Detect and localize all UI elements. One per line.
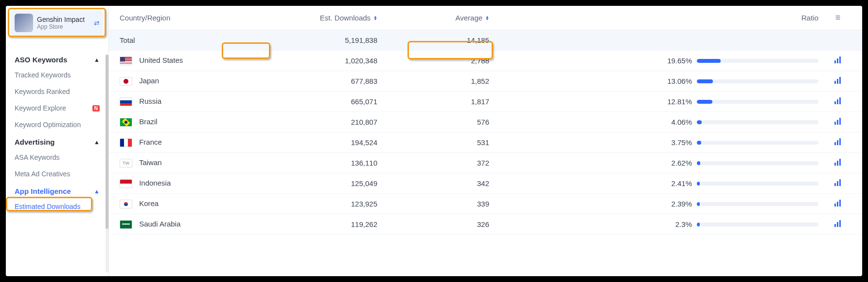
cell-country: Russia <box>120 97 266 106</box>
total-downloads: 5,191,838 <box>266 36 377 44</box>
app-selector[interactable]: Genshin Impact App Store ⇄ <box>11 11 104 35</box>
svg-rect-17 <box>839 159 841 166</box>
ratio-bar-track <box>697 161 818 165</box>
svg-rect-24 <box>834 224 836 227</box>
nav-section-title: App Intelligence <box>15 187 71 195</box>
cell-country: Indonesia <box>120 179 266 188</box>
country-name: Saudi Arabia <box>139 220 180 228</box>
col-header-label: Est. Downloads <box>320 14 371 22</box>
cell-average: 1,852 <box>377 77 489 85</box>
flag-icon <box>120 77 132 86</box>
table-row: France 194,524 531 3.75% <box>109 132 862 153</box>
chart-icon[interactable] <box>834 159 842 168</box>
chart-icon[interactable] <box>834 200 842 208</box>
app-icon <box>15 14 33 32</box>
chart-icon[interactable] <box>834 221 842 229</box>
cell-average: 576 <box>377 118 489 126</box>
svg-rect-19 <box>837 181 838 186</box>
svg-rect-14 <box>839 138 841 145</box>
chart-icon[interactable] <box>834 118 842 127</box>
svg-rect-5 <box>839 77 841 84</box>
svg-rect-11 <box>839 118 841 125</box>
app-name: Genshin Impact <box>37 16 90 23</box>
ratio-bar-track <box>697 141 818 145</box>
svg-rect-20 <box>839 179 841 186</box>
nav-item-estimated-downloads[interactable]: Estimated Downloads <box>9 198 106 215</box>
country-name: Taiwan <box>139 158 162 167</box>
country-name: Russia <box>139 97 161 105</box>
ratio-bar-track <box>697 59 818 63</box>
swap-icon[interactable]: ⇄ <box>94 19 100 27</box>
cell-country: Korea <box>120 199 266 208</box>
cell-downloads: 119,262 <box>266 220 377 228</box>
svg-rect-12 <box>834 142 836 145</box>
nav-section-app-intelligence[interactable]: App Intelligence ▲ <box>9 182 106 198</box>
country-name: Indonesia <box>139 179 171 187</box>
chevron-up-icon: ▲ <box>94 139 100 146</box>
chart-icon[interactable] <box>834 77 842 86</box>
nav-item-keywords-ranked[interactable]: Keywords Ranked <box>9 83 106 100</box>
cell-downloads: 136,110 <box>266 159 377 167</box>
country-name: Brazil <box>139 117 158 126</box>
cell-country: Saudi Arabia <box>120 220 266 229</box>
svg-rect-4 <box>837 79 838 84</box>
col-header-average[interactable]: Average ▲▼ <box>377 14 489 22</box>
cell-ratio: 2.3% <box>489 220 823 228</box>
chart-icon[interactable] <box>834 98 842 106</box>
table-row: Brazil 210,807 576 4.06% <box>109 112 862 132</box>
table-row: Japan 677,883 1,852 13.06% <box>109 71 862 92</box>
ratio-bar-fill <box>697 59 721 63</box>
cell-ratio: 19.65% <box>489 56 823 65</box>
table-menu-icon[interactable]: ≡ <box>835 13 841 22</box>
nav-item-label: Estimated Downloads <box>15 203 80 210</box>
cell-average: 531 <box>377 138 489 147</box>
nav-section-aso-keywords[interactable]: ASO Keywords ▲ <box>9 51 106 67</box>
svg-rect-15 <box>834 163 836 166</box>
country-name: United States <box>139 56 183 64</box>
nav-item-label: Meta Ad Creatives <box>15 170 70 178</box>
new-badge: N <box>92 105 100 112</box>
chart-icon[interactable] <box>834 180 842 188</box>
ratio-percent: 13.06% <box>663 77 692 85</box>
nav-item-label: Keywords Ranked <box>15 88 70 95</box>
cell-average: 2,788 <box>377 56 489 65</box>
nav-item-asa-keywords[interactable]: ASA Keywords <box>9 149 106 166</box>
col-header-country[interactable]: Country/Region <box>120 14 266 22</box>
ratio-bar-track <box>697 100 818 104</box>
cell-country: Japan <box>120 76 266 86</box>
col-header-ratio[interactable]: Ratio <box>489 14 823 22</box>
ratio-percent: 3.75% <box>663 138 692 147</box>
col-header-downloads[interactable]: Est. Downloads ▲▼ <box>266 14 377 22</box>
cell-average: 342 <box>377 179 489 188</box>
ratio-bar-track <box>697 120 818 124</box>
svg-rect-21 <box>834 204 836 207</box>
nav-item-keyword-optimization[interactable]: Keyword Optimization <box>9 116 106 133</box>
chart-icon[interactable] <box>834 139 842 147</box>
total-average: 14,185 <box>377 36 489 44</box>
table-header: Country/Region Est. Downloads ▲▼ Average… <box>109 6 862 30</box>
nav-item-meta-ad-creatives[interactable]: Meta Ad Creatives <box>9 166 106 182</box>
chart-icon[interactable] <box>834 57 842 65</box>
ratio-bar-track <box>697 223 818 226</box>
svg-rect-23 <box>839 200 841 207</box>
table-row: Indonesia 125,049 342 2.41% <box>109 173 862 194</box>
cell-ratio: 2.41% <box>489 179 823 188</box>
nav-section-advertising[interactable]: Advertising ▲ <box>9 133 106 149</box>
cell-average: 1,817 <box>377 97 489 106</box>
sidebar-scrollbar[interactable] <box>106 55 108 272</box>
scrollbar-thumb[interactable] <box>106 55 108 229</box>
ratio-percent: 4.06% <box>663 118 692 126</box>
table-row: TW Taiwan 136,110 372 2.62% <box>109 153 862 173</box>
sort-icon[interactable]: ▲▼ <box>485 16 489 20</box>
nav-item-tracked-keywords[interactable]: Tracked Keywords <box>9 67 106 83</box>
nav-item-label: ASA Keywords <box>15 153 60 161</box>
cell-ratio: 13.06% <box>489 77 823 85</box>
nav-item-keyword-explore[interactable]: Keyword Explore N <box>9 100 106 116</box>
sort-icon[interactable]: ▲▼ <box>373 16 377 20</box>
svg-rect-1 <box>837 58 838 63</box>
nav-section-title: Advertising <box>15 138 55 146</box>
flag-icon <box>120 220 132 229</box>
flag-icon <box>120 138 132 147</box>
col-header-label: Average <box>455 14 482 22</box>
country-name: Korea <box>139 199 159 207</box>
